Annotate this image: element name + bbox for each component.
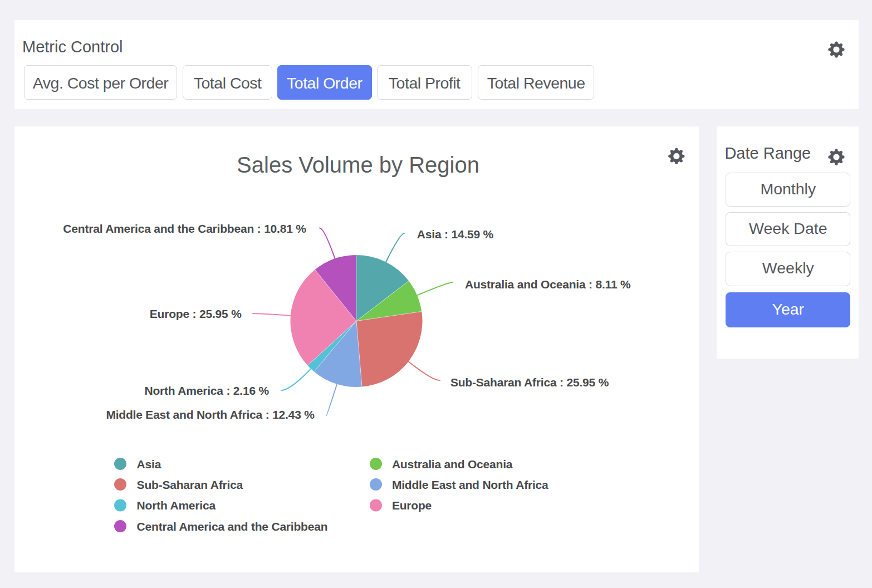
svg-text:Sub-Saharan Africa: Sub-Saharan Africa bbox=[137, 478, 243, 491]
svg-text:Asia : 14.59 %: Asia : 14.59 % bbox=[417, 228, 494, 241]
svg-text:Europe: Europe bbox=[392, 499, 432, 512]
svg-text:Asia: Asia bbox=[137, 458, 161, 471]
svg-text:North America: North America bbox=[137, 499, 216, 512]
svg-text:Europe : 25.95 %: Europe : 25.95 % bbox=[150, 307, 242, 320]
svg-text:Australia and Oceania: Australia and Oceania bbox=[392, 458, 513, 471]
svg-text:Middle East and North Africa: Middle East and North Africa bbox=[392, 478, 548, 491]
svg-text:Middle East and North Africa :: Middle East and North Africa : 12.43 % bbox=[106, 408, 315, 421]
svg-text:Australia and Oceania : 8.11 %: Australia and Oceania : 8.11 % bbox=[465, 278, 631, 291]
svg-text:Sales Volume by Region: Sales Volume by Region bbox=[237, 153, 479, 177]
svg-text:Central America and the Caribb: Central America and the Caribbean : 10.8… bbox=[63, 222, 306, 235]
svg-text:North America : 2.16 %: North America : 2.16 % bbox=[144, 384, 269, 397]
svg-text:Sub-Saharan Africa : 25.95 %: Sub-Saharan Africa : 25.95 % bbox=[450, 376, 609, 389]
svg-text:Central America and the Caribb: Central America and the Caribbean bbox=[137, 520, 328, 533]
